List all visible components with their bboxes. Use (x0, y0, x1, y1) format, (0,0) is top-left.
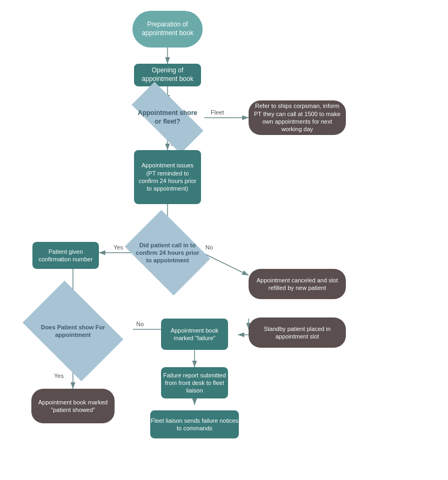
svg-text:Yes: Yes (54, 373, 64, 379)
shore-fleet-diamond: Appointment shore or fleet? (133, 102, 202, 134)
appt-issues-node: Appointment issues (PT reminded to confi… (134, 150, 201, 204)
svg-text:No: No (136, 321, 144, 327)
did-patient-call-diamond: Did patient call in to confirm 24 hours … (133, 227, 202, 279)
does-patient-show-diamond: Does Patient show For appointment (31, 301, 115, 361)
fleet-liaison-node: Fleet liaison sends failure notices to c… (150, 410, 239, 438)
svg-text:No: No (205, 244, 213, 251)
failure-report-node: Failure report submitted from front desk… (161, 367, 228, 398)
standby-node: Standby patient placed in appointment sl… (249, 317, 346, 348)
opening-node: Opening of appointment book (134, 64, 201, 86)
svg-line-10 (202, 253, 249, 275)
svg-text:Yes: Yes (113, 244, 123, 251)
prep-node: Preparation of appointment book (132, 11, 203, 48)
appt-showed-node: Appointment book marked "patient showed" (31, 389, 115, 423)
confirmation-node: Patient given confirmation number (32, 242, 99, 269)
appt-failure-node: Appointment book marked "failure" (161, 319, 228, 350)
flowchart-diagram: Fleet Shore Yes No No Yes Prep (0, 0, 448, 480)
appt-canceled-node: Appointment canceled and slot refilled b… (249, 269, 346, 299)
svg-text:Fleet: Fleet (211, 109, 224, 116)
fleet-ref-node: Refer to ships corpsman, inform PT they … (249, 100, 346, 135)
